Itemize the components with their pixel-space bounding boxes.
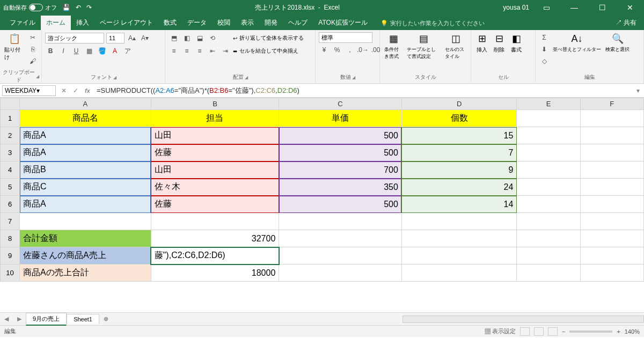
page-break-view-icon[interactable] (548, 327, 558, 336)
format-cells-button[interactable]: ◧書式 (508, 31, 525, 55)
enter-formula-icon[interactable]: ✓ (70, 87, 82, 94)
cell[interactable] (580, 161, 643, 179)
tab-file[interactable]: ファイル (4, 16, 41, 30)
row-header[interactable]: 9 (1, 247, 20, 264)
tell-me-search[interactable]: 💡 実行したい作業を入力してください (380, 19, 485, 30)
cell[interactable] (580, 230, 643, 247)
align-bottom-icon[interactable]: ⬓ (194, 33, 205, 43)
zoom-out-button[interactable]: − (562, 328, 565, 335)
cell[interactable]: 個数 (401, 110, 517, 127)
cancel-formula-icon[interactable]: ✕ (58, 87, 70, 94)
increase-indent-icon[interactable]: ⇥ (220, 46, 231, 56)
ribbon-options-icon[interactable]: ▭ (536, 3, 557, 12)
dialog-launcher-icon[interactable]: ◢ (245, 75, 248, 80)
cell[interactable]: 商品B (20, 161, 151, 179)
worksheet-grid[interactable]: A B C D E F 1 商品名 担当 単価 個数 2 商品A 山田 500 … (0, 98, 644, 312)
cell[interactable] (401, 213, 517, 230)
cell[interactable] (580, 213, 643, 230)
cell[interactable]: 佐藤 (151, 144, 279, 161)
copy-icon[interactable]: ⎘ (27, 44, 38, 55)
tab-insert[interactable]: 挿入 (71, 16, 94, 30)
tab-developer[interactable]: 開発 (259, 16, 283, 30)
merge-center-button[interactable]: ⬌ セルを結合して中央揃え (233, 45, 304, 57)
horizontal-scrollbar[interactable] (402, 315, 644, 323)
conditional-format-button[interactable]: ▦条件付き書式 (382, 31, 405, 61)
dialog-launcher-icon[interactable]: ◢ (36, 74, 39, 79)
cell[interactable]: 単価 (279, 110, 402, 127)
tab-home[interactable]: ホーム (41, 16, 71, 30)
cell[interactable] (517, 264, 580, 282)
cut-icon[interactable]: ✂ (27, 32, 38, 43)
cell[interactable]: 担当 (151, 110, 279, 127)
cell[interactable]: 商品A (20, 127, 151, 144)
cell[interactable] (517, 213, 580, 230)
cell[interactable] (580, 110, 643, 127)
currency-icon[interactable]: ¥ (319, 45, 330, 55)
cell[interactable] (580, 196, 643, 213)
sheet-tab[interactable]: Sheet1 (67, 314, 99, 324)
fill-icon[interactable]: ⬇ (539, 44, 550, 55)
tab-view[interactable]: 表示 (236, 16, 259, 30)
share-button[interactable]: ↗ 共有 (608, 16, 644, 30)
col-header-F[interactable]: F (580, 98, 643, 110)
cell[interactable]: 佐々木 (151, 179, 279, 196)
sheet-tab[interactable]: 9月の売上 (26, 313, 67, 326)
cell[interactable]: 合計金額 (20, 230, 151, 247)
comma-icon[interactable]: , (345, 45, 355, 55)
maximize-button[interactable]: ☐ (591, 3, 613, 12)
underline-button[interactable]: U (71, 46, 82, 56)
row-header[interactable]: 2 (1, 127, 20, 144)
tab-data[interactable]: データ (182, 16, 212, 30)
fill-color-button[interactable]: 🪣 (97, 46, 107, 56)
cell[interactable]: 商品名 (20, 110, 151, 127)
cell[interactable]: 商品A (20, 144, 151, 161)
display-settings-button[interactable]: ▦ 表示設定 (485, 327, 516, 335)
clear-icon[interactable]: ◇ (539, 56, 550, 67)
cell[interactable]: 24 (401, 179, 517, 196)
cell[interactable]: 500 (279, 127, 402, 144)
username[interactable]: yousa 01 (503, 4, 529, 11)
tab-review[interactable]: 校閲 (212, 16, 236, 30)
cell[interactable] (279, 247, 402, 264)
formula-input[interactable]: =SUMPRODUCT((A2:A6="商品A")*(B2:B6="佐藤"),C… (93, 86, 632, 95)
zoom-level[interactable]: 140% (625, 328, 640, 335)
col-header-A[interactable]: A (20, 98, 151, 110)
cell[interactable] (517, 247, 580, 264)
cell[interactable] (580, 144, 643, 161)
zoom-slider[interactable] (569, 330, 612, 333)
cell[interactable]: 佐藤さんの商品A売上 (20, 247, 151, 264)
align-center-icon[interactable]: ≡ (181, 46, 192, 56)
align-middle-icon[interactable]: ◧ (181, 33, 192, 43)
border-button[interactable]: ▦ (84, 46, 94, 56)
row-header[interactable]: 1 (1, 110, 20, 127)
cell[interactable] (517, 230, 580, 247)
tab-atok[interactable]: ATOK拡張ツール (313, 16, 373, 30)
new-sheet-button[interactable]: ⊕ (99, 315, 113, 322)
cell[interactable]: 500 (279, 196, 402, 213)
increase-font-icon[interactable]: A▴ (127, 33, 137, 43)
col-header-B[interactable]: B (151, 98, 279, 110)
increase-decimal-icon[interactable]: .0→ (357, 45, 368, 55)
cell[interactable] (580, 127, 643, 144)
align-right-icon[interactable]: ≡ (194, 46, 205, 56)
decrease-decimal-icon[interactable]: .00 (370, 45, 381, 55)
cell[interactable] (279, 264, 402, 282)
font-name-select[interactable]: 游ゴシック (45, 33, 104, 43)
col-header-C[interactable]: C (279, 98, 402, 110)
cell[interactable] (580, 264, 643, 282)
sheet-nav-next-icon[interactable]: ▶ (13, 315, 26, 322)
cell[interactable] (279, 230, 402, 247)
autosave-toggle[interactable]: 自動保存 オフ (3, 4, 57, 12)
cell[interactable]: 山田 (151, 127, 279, 144)
save-icon[interactable]: 💾 (62, 4, 70, 11)
row-header[interactable]: 7 (1, 213, 20, 230)
tab-pagelayout[interactable]: ページ レイアウト (94, 16, 158, 30)
cell[interactable] (517, 127, 580, 144)
row-header[interactable]: 6 (1, 196, 20, 213)
select-all-corner[interactable] (1, 98, 20, 110)
row-header[interactable]: 3 (1, 144, 20, 161)
close-button[interactable]: ✕ (619, 3, 641, 12)
cell[interactable] (279, 213, 402, 230)
cell[interactable]: 700 (279, 161, 402, 179)
cell[interactable]: 7 (401, 144, 517, 161)
